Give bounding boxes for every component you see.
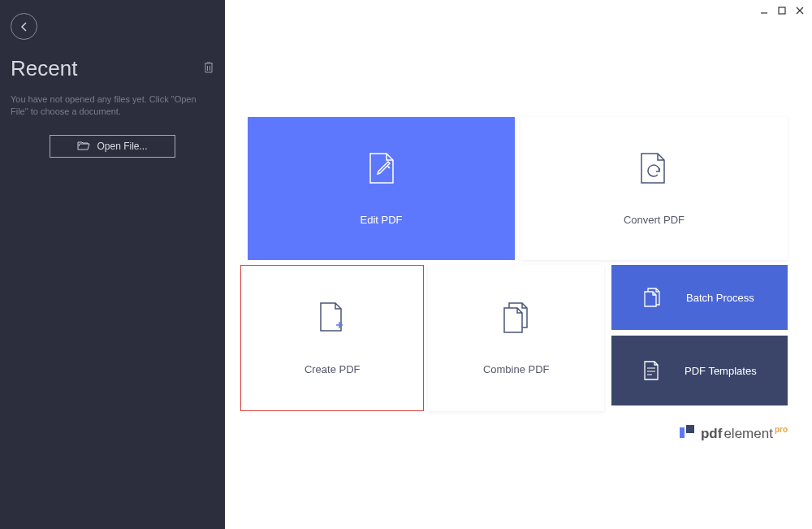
maximize-icon: [778, 7, 786, 15]
svg-rect-1: [680, 427, 685, 438]
combine-pdf-label: Combine PDF: [483, 363, 550, 375]
combine-pdf-card[interactable]: Combine PDF: [428, 265, 604, 411]
minimize-icon: [760, 7, 768, 15]
edit-pdf-card[interactable]: Edit PDF: [248, 117, 515, 260]
main-area: Edit PDF Convert PDF: [225, 0, 812, 529]
open-file-button[interactable]: Open File...: [50, 135, 175, 158]
logo-mark-icon: [680, 425, 694, 438]
pdf-templates-card[interactable]: PDF Templates: [611, 336, 788, 405]
pdf-templates-label: PDF Templates: [685, 365, 757, 377]
svg-rect-2: [686, 425, 694, 433]
recent-header: Recent: [11, 56, 214, 81]
folder-open-icon: [77, 141, 90, 151]
logo-prefix: pdf: [701, 426, 722, 442]
recent-title: Recent: [11, 56, 77, 81]
batch-process-card[interactable]: Batch Process: [611, 265, 788, 330]
recent-empty-message: You have not opened any files yet. Click…: [11, 93, 214, 119]
convert-pdf-card[interactable]: Convert PDF: [520, 117, 788, 260]
logo-suffix: element: [723, 426, 772, 442]
action-cards: Edit PDF Convert PDF: [248, 117, 788, 411]
trash-button[interactable]: [203, 61, 214, 77]
combine-pdf-icon: [500, 301, 533, 334]
close-icon: [796, 7, 804, 15]
create-pdf-label: Create PDF: [304, 363, 361, 375]
edit-pdf-label: Edit PDF: [360, 214, 402, 226]
brand-logo: pdfelement pro: [680, 425, 788, 442]
open-file-label: Open File...: [97, 141, 147, 152]
pdf-templates-icon: [642, 360, 660, 381]
edit-pdf-icon: [367, 152, 396, 184]
batch-process-icon: [642, 287, 662, 308]
batch-process-label: Batch Process: [686, 292, 754, 304]
sidebar: Recent You have not opened any files yet…: [0, 0, 225, 529]
chevron-left-icon: [19, 21, 29, 33]
minimize-button[interactable]: [758, 5, 770, 16]
window-controls: [758, 5, 806, 16]
logo-badge: pro: [775, 425, 788, 434]
create-pdf-icon: [317, 301, 347, 334]
trash-icon: [203, 61, 214, 74]
create-pdf-card[interactable]: Create PDF: [240, 265, 424, 411]
maximize-button[interactable]: [776, 5, 788, 16]
close-button[interactable]: [794, 5, 806, 16]
back-button[interactable]: [11, 13, 37, 40]
svg-rect-0: [779, 7, 785, 14]
convert-pdf-label: Convert PDF: [624, 214, 685, 226]
convert-pdf-icon: [638, 152, 671, 184]
